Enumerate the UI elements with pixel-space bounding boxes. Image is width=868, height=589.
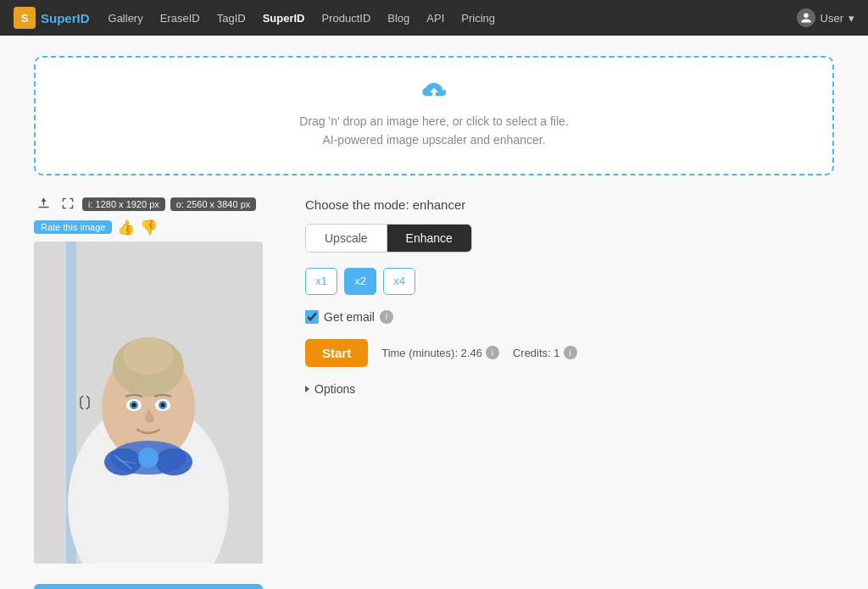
upload-image-icon[interactable] — [34, 196, 53, 214]
resize-handle[interactable] — [76, 386, 93, 420]
image-toolbar: i: 1280 x 1920 px o: 2560 x 3840 px Rate… — [34, 196, 271, 236]
credits-label: Credits: 1 i — [513, 346, 577, 359]
input-size-badge: i: 1280 x 1920 px — [82, 197, 165, 211]
thumbs-down-icon[interactable]: 👎 — [140, 219, 158, 236]
svg-point-15 — [155, 448, 192, 475]
dropzone-text: Drag 'n' drop an image here, or click to… — [59, 112, 809, 150]
svg-point-6 — [123, 337, 174, 375]
user-menu[interactable]: User ▾ — [797, 8, 854, 27]
start-button[interactable]: Start — [305, 339, 368, 367]
get-email-row: Get email i — [305, 310, 834, 324]
options-label: Options — [314, 382, 355, 396]
nav-productid[interactable]: ProductID — [314, 8, 377, 28]
options-triangle-icon — [305, 386, 309, 392]
rate-image-button[interactable]: Rate this image — [34, 220, 112, 234]
nav-pricing[interactable]: Pricing — [454, 8, 502, 28]
nav-tagid[interactable]: TagID — [210, 8, 253, 28]
thumbs-up-icon[interactable]: 👍 — [117, 219, 135, 236]
nav-eraseid[interactable]: EraseID — [153, 8, 207, 28]
scale-row: x1 x2 x4 — [305, 268, 834, 295]
scale-x2-button[interactable]: x2 — [344, 268, 376, 295]
upscale-mode-button[interactable]: Upscale — [306, 225, 387, 252]
svg-point-12 — [161, 403, 165, 407]
nav-gallery[interactable]: Gallery — [102, 8, 150, 28]
svg-point-16 — [138, 447, 159, 468]
mode-label: Choose the mode: enhancer — [305, 197, 834, 212]
get-email-label: Get email — [324, 310, 375, 324]
image-preview — [34, 242, 263, 564]
output-size-badge: o: 2560 x 3840 px — [170, 197, 256, 211]
user-avatar-icon — [797, 8, 815, 27]
upload-icon — [59, 81, 809, 107]
time-label: Time (minutes): 2.46 i — [381, 346, 499, 359]
get-email-info-icon[interactable]: i — [380, 310, 393, 324]
fullscreen-icon[interactable] — [58, 196, 77, 214]
mode-buttons: Upscale Enhance — [305, 224, 472, 253]
enhance-mode-button[interactable]: Enhance — [387, 225, 471, 252]
navbar: S SuperID Gallery EraseID TagID SuperID … — [0, 0, 868, 36]
nav-api[interactable]: API — [420, 8, 451, 28]
nav-blog[interactable]: Blog — [381, 8, 416, 28]
options-row[interactable]: Options — [305, 382, 834, 396]
download-button[interactable]: Download — [34, 584, 263, 589]
scale-x1-button[interactable]: x1 — [305, 268, 337, 295]
user-label: User — [821, 12, 843, 25]
logo-icon: S — [14, 7, 36, 29]
start-row: Start Time (minutes): 2.46 i Credits: 1 … — [305, 339, 834, 367]
photo-placeholder — [34, 242, 263, 564]
content-row: i: 1280 x 1920 px o: 2560 x 3840 px Rate… — [34, 196, 834, 589]
dropzone[interactable]: Drag 'n' drop an image here, or click to… — [34, 56, 834, 175]
main-content: Drag 'n' drop an image here, or click to… — [0, 36, 868, 589]
image-section: i: 1280 x 1920 px o: 2560 x 3840 px Rate… — [34, 196, 271, 589]
user-chevron-icon: ▾ — [849, 12, 854, 25]
logo-text: SuperID — [41, 11, 90, 25]
scale-x4-button[interactable]: x4 — [383, 268, 415, 295]
controls-section: Choose the mode: enhancer Upscale Enhanc… — [305, 196, 834, 396]
get-email-checkbox[interactable] — [305, 310, 319, 324]
time-info-icon[interactable]: i — [486, 346, 499, 359]
nav-superid[interactable]: SuperID — [256, 8, 312, 28]
credits-info-icon[interactable]: i — [564, 346, 577, 359]
svg-point-11 — [132, 403, 136, 407]
logo[interactable]: S SuperID — [14, 7, 90, 29]
